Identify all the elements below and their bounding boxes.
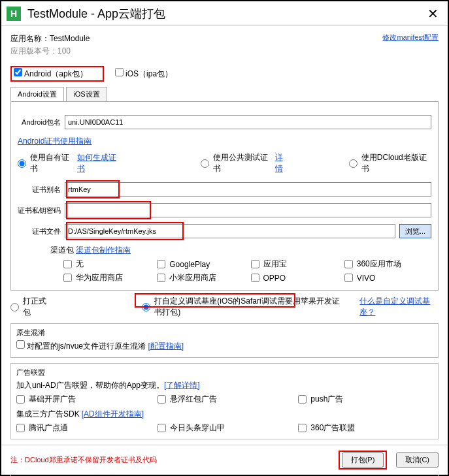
android-label: Android（apk包） xyxy=(24,69,88,78)
official-pack-radio[interactable]: 打正式包 xyxy=(10,296,50,318)
ad-push[interactable]: push广告 xyxy=(298,394,433,405)
titlebar: H TestModule - App云端打包 ✕ xyxy=(1,1,448,26)
ad-splash[interactable]: 基础开屏广告 xyxy=(16,394,151,405)
app-icon: H xyxy=(7,7,21,21)
channel-label: 渠道包 xyxy=(50,246,74,255)
alias-input[interactable] xyxy=(65,182,431,197)
channel-huawei[interactable]: 华为应用商店 xyxy=(63,272,150,283)
cert-own-link[interactable]: 如何生成证书 xyxy=(77,152,122,174)
cert-dcloud-label: 使用DCloud老版证书 xyxy=(361,152,431,174)
platform-row: Android（apk包） iOS（ipa包） xyxy=(10,66,439,82)
cancel-button[interactable]: 取消(C) xyxy=(396,452,439,468)
pwd-label: 证书私钥密码 xyxy=(18,206,65,215)
alias-label: 证书别名 xyxy=(18,185,65,195)
native-link[interactable]: [配置指南] xyxy=(148,341,184,351)
cert-own-label: 使用自有证书 xyxy=(30,152,75,174)
cert-own-radio[interactable] xyxy=(18,159,26,168)
pkg-label: Android包名 xyxy=(18,118,65,127)
ads-fieldset: 广告联盟 加入uni-AD广告联盟，帮助你的App变现。[了解详情] 基础开屏广… xyxy=(10,363,439,439)
channel-360[interactable]: 360应用市场 xyxy=(344,259,431,270)
cert-public-label: 使用公共测试证书 xyxy=(213,152,273,174)
browse-button[interactable]: 浏览... xyxy=(399,224,431,238)
ad-redpack[interactable]: 悬浮红包广告 xyxy=(158,394,292,405)
app-name-row: 应用名称：TestModule xyxy=(10,33,90,44)
channel-link[interactable]: 渠道包制作指南 xyxy=(76,246,131,255)
window-title: TestModule - App云端打包 xyxy=(27,6,424,22)
pkg-input[interactable] xyxy=(65,115,431,129)
file-input[interactable] xyxy=(65,224,395,238)
close-icon[interactable]: ✕ xyxy=(424,6,442,22)
native-fieldset: 原生混淆 对配置的js/nvue文件进行原生混淆 [配置指南] xyxy=(10,323,439,358)
pwd-input[interactable] xyxy=(65,203,431,217)
custom-base-link[interactable]: 什么是自定义调试基座？ xyxy=(359,296,439,318)
cert-public-link[interactable]: 详情 xyxy=(275,152,290,174)
cert-guide-link[interactable]: Android证书使用指南 xyxy=(18,136,91,146)
tab-ios[interactable]: iOS设置 xyxy=(66,87,107,102)
tab-android[interactable]: Android设置 xyxy=(10,87,64,102)
ads-join-link[interactable]: [了解详情] xyxy=(164,381,200,390)
channel-vivo[interactable]: VIVO xyxy=(344,272,431,283)
ads-sdk-label: 集成三方广告SDK xyxy=(16,409,80,419)
dialog-window: H TestModule - App云端打包 ✕ 应用名称：TestModule… xyxy=(0,0,449,476)
ads-sdk-link[interactable]: [AD组件开发指南] xyxy=(82,409,144,419)
footer-note: 注：DCloud郑重承诺不保留开发者证书及代码 xyxy=(10,455,157,465)
channel-xiaomi[interactable]: 小米应用商店 xyxy=(157,272,244,283)
custom-base-radio[interactable]: 打自定义调试基座(iOS的Safari调试需要用苹果开发证书打包) xyxy=(142,296,346,318)
manifest-link[interactable]: 修改manifest配置 xyxy=(382,33,439,42)
app-name-value: TestModule xyxy=(50,34,90,43)
native-check[interactable]: 对配置的js/nvue文件进行原生混淆 xyxy=(16,341,146,351)
ad-csj[interactable]: 今日头条穿山甲 xyxy=(158,422,292,434)
channel-oppo[interactable]: OPPO xyxy=(251,272,338,283)
channel-checks: 无 GooglePlay 应用宝 360应用市场 华为应用商店 小米应用商店 O… xyxy=(63,259,431,283)
ios-platform-checkbox[interactable]: iOS（ipa包） xyxy=(115,69,173,78)
channel-none[interactable]: 无 xyxy=(63,259,150,270)
channel-yyb[interactable]: 应用宝 xyxy=(251,259,338,270)
tabs: Android设置 iOS设置 xyxy=(10,87,439,102)
file-label: 证书文件 xyxy=(18,227,65,236)
app-version-row: 应用版本号：100 xyxy=(10,46,90,57)
ads-join-text: 加入uni-AD广告联盟，帮助你的App变现。 xyxy=(16,381,164,390)
app-name-label: 应用名称： xyxy=(10,34,50,43)
ad-gdt[interactable]: 腾讯广点通 xyxy=(16,422,151,434)
version-value: 100 xyxy=(58,46,71,56)
cert-public-radio[interactable] xyxy=(201,159,209,168)
ads-title: 广告联盟 xyxy=(16,368,433,377)
channel-google[interactable]: GooglePlay xyxy=(157,259,244,270)
footer: 注：DCloud郑重承诺不保留开发者证书及代码 打包(P) 取消(C) xyxy=(1,445,448,475)
android-tab-body: Android包名 Android证书使用指南 使用自有证书 如何生成证书 使用… xyxy=(10,101,439,291)
native-title: 原生混淆 xyxy=(16,328,433,338)
version-label: 应用版本号： xyxy=(10,46,58,56)
content: 应用名称：TestModule 应用版本号：100 修改manifest配置 A… xyxy=(1,26,448,476)
ios-label: iOS（ipa包） xyxy=(125,69,173,78)
pack-button[interactable]: 打包(P) xyxy=(342,452,384,468)
cert-dcloud-radio[interactable] xyxy=(349,159,358,168)
android-platform-checkbox[interactable]: Android（apk包） xyxy=(14,69,88,78)
ad-360[interactable]: 360广告联盟 xyxy=(298,422,433,434)
